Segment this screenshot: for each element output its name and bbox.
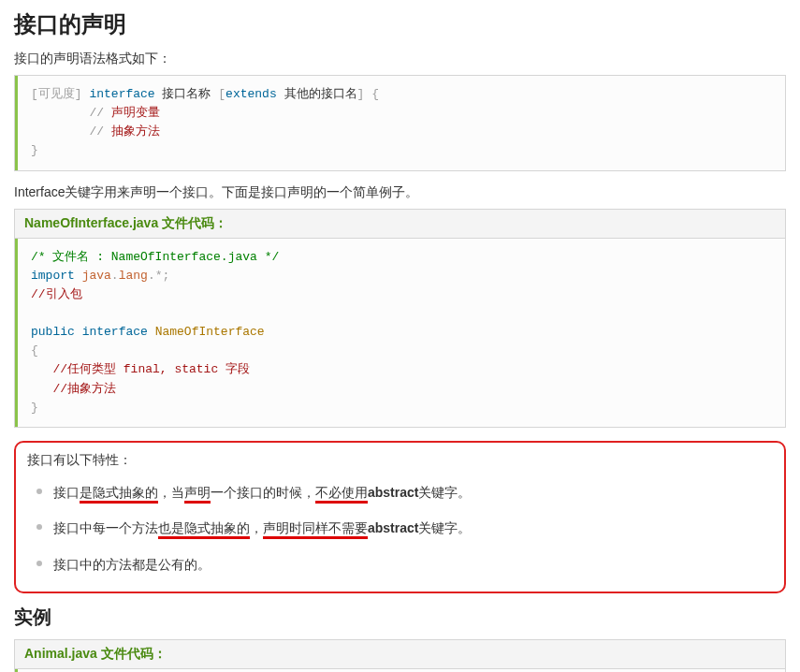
underlined-text: 声明时同样不需要 bbox=[263, 520, 368, 539]
text: 关键字。 bbox=[418, 485, 471, 500]
text: ，当 bbox=[158, 485, 184, 500]
code-token: // bbox=[89, 124, 110, 139]
code-token: [可见度] bbox=[31, 87, 82, 101]
bold-text: abstract bbox=[368, 520, 418, 535]
code-token: } bbox=[31, 401, 38, 415]
underlined-text: 也是隐式抽象的 bbox=[158, 520, 250, 539]
intro-text-2: Interface关键字用来声明一个接口。下面是接口声明的一个简单例子。 bbox=[14, 184, 786, 201]
code-token: //抽象方法 bbox=[52, 382, 116, 396]
code-block-syntax: [可见度] interface 接口名称 [extends 其他的接口名] { … bbox=[14, 75, 786, 171]
code-token: //任何类型 final, static 字段 bbox=[52, 362, 250, 376]
text: 接口 bbox=[53, 485, 80, 500]
code-token: extends bbox=[225, 87, 277, 101]
code-body-1: [可见度] interface 接口名称 [extends 其他的接口名] { … bbox=[15, 76, 785, 170]
code-token: public bbox=[31, 325, 75, 339]
example-heading: 实例 bbox=[14, 605, 786, 630]
code-token: lang bbox=[119, 269, 148, 283]
highlighted-feature-box: 接口有以下特性： 接口是隐式抽象的，当声明一个接口的时候，不必使用abstrac… bbox=[14, 441, 786, 593]
code-block-animal: Animal.java 文件代码： /* 文件名 : Animal.java *… bbox=[14, 639, 786, 672]
list-item: 接口中的方法都是公有的。 bbox=[33, 547, 773, 582]
code-token: 其他的接口名 bbox=[284, 87, 357, 101]
code-header-1: NameOfInterface.java 文件代码： bbox=[15, 210, 785, 239]
code-token: //引入包 bbox=[31, 287, 82, 301]
code-token: interface bbox=[82, 325, 148, 339]
code-token: // bbox=[89, 106, 110, 120]
code-header-2: Animal.java 文件代码： bbox=[15, 640, 785, 669]
list-item: 接口中每一个方法也是隐式抽象的，声明时同样不需要abstract关键字。 bbox=[33, 510, 773, 546]
underlined-text: 声明 bbox=[184, 485, 211, 504]
text: 接口中每一个方法 bbox=[53, 520, 158, 535]
code-token: . bbox=[111, 269, 119, 283]
code-block-nameofinterface: NameOfInterface.java 文件代码： /* 文件名 : Name… bbox=[14, 209, 786, 428]
code-token: NameOfInterface bbox=[155, 325, 265, 339]
text: 关键字。 bbox=[418, 520, 471, 535]
code-token: 抽象方法 bbox=[111, 124, 160, 139]
code-token: [ bbox=[218, 87, 225, 101]
code-token: .*; bbox=[148, 269, 169, 283]
code-token: import bbox=[31, 269, 75, 283]
code-token: { bbox=[371, 87, 379, 101]
code-token: ] bbox=[357, 87, 365, 101]
code-token: /* 文件名 : NameOfInterface.java */ bbox=[31, 250, 279, 264]
code-token: 声明变量 bbox=[111, 106, 160, 120]
code-token: java bbox=[82, 269, 111, 283]
text: 接口中的方法都是公有的。 bbox=[53, 557, 211, 572]
underlined-text: 是隐式抽象的 bbox=[80, 485, 158, 504]
features-intro: 接口有以下特性： bbox=[27, 452, 773, 469]
bold-text: abstract bbox=[368, 485, 418, 500]
page-title: 接口的声明 bbox=[14, 9, 786, 39]
code-token: } bbox=[31, 143, 38, 157]
code-token: interface bbox=[89, 87, 154, 101]
features-list: 接口是隐式抽象的，当声明一个接口的时候，不必使用abstract关键字。 接口中… bbox=[27, 475, 773, 582]
code-body-2: /* 文件名 : NameOfInterface.java */ import … bbox=[15, 239, 785, 427]
text: 一个接口的时候， bbox=[211, 485, 315, 500]
list-item: 接口是隐式抽象的，当声明一个接口的时候，不必使用abstract关键字。 bbox=[33, 475, 773, 510]
text: ， bbox=[250, 520, 263, 535]
code-token: 接口名称 bbox=[162, 87, 211, 101]
code-token: { bbox=[31, 343, 38, 358]
intro-text-1: 接口的声明语法格式如下： bbox=[14, 51, 786, 67]
underlined-text: 不必使用 bbox=[315, 485, 368, 504]
